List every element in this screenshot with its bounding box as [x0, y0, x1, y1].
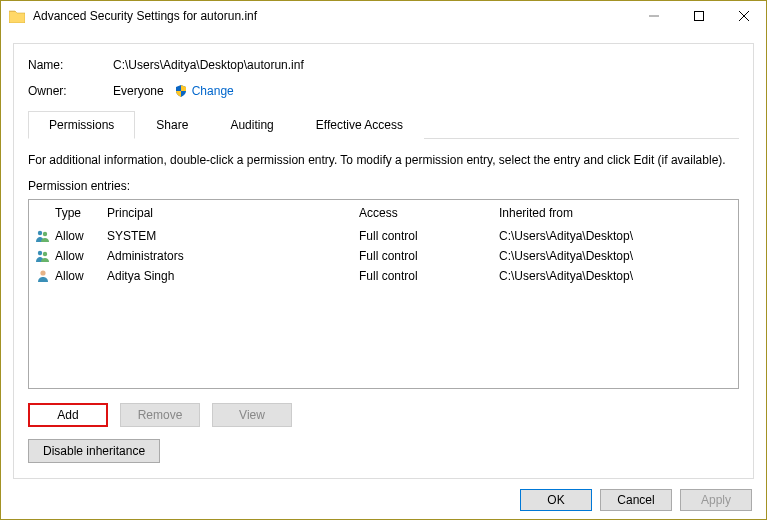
name-value: C:\Users\Aditya\Desktop\autorun.inf	[113, 58, 304, 72]
table-row[interactable]: AllowAdministratorsFull controlC:\Users\…	[29, 246, 738, 266]
entry-buttons-row: Add Remove View	[28, 403, 739, 427]
apply-button: Apply	[680, 489, 752, 511]
cell-principal: Aditya Singh	[107, 269, 359, 283]
content-panel: Name: C:\Users\Aditya\Desktop\autorun.in…	[13, 43, 754, 479]
cell-access: Full control	[359, 249, 499, 263]
close-button[interactable]	[721, 2, 766, 31]
owner-value: Everyone	[113, 84, 164, 98]
maximize-button[interactable]	[676, 2, 721, 31]
header-access[interactable]: Access	[359, 206, 499, 220]
security-settings-window: Advanced Security Settings for autorun.i…	[0, 0, 767, 520]
header-principal[interactable]: Principal	[107, 206, 359, 220]
header-type[interactable]: Type	[55, 206, 107, 220]
view-button: View	[212, 403, 292, 427]
tab-effective-access[interactable]: Effective Access	[295, 111, 424, 139]
group-icon	[33, 229, 55, 243]
cell-access: Full control	[359, 269, 499, 283]
tab-auditing[interactable]: Auditing	[209, 111, 294, 139]
folder-icon	[9, 9, 25, 23]
info-text: For additional information, double-click…	[28, 153, 739, 167]
window-title: Advanced Security Settings for autorun.i…	[33, 9, 631, 23]
cell-principal: SYSTEM	[107, 229, 359, 243]
svg-point-4	[38, 231, 42, 235]
svg-point-7	[43, 252, 47, 256]
titlebar: Advanced Security Settings for autorun.i…	[1, 1, 766, 31]
remove-button: Remove	[120, 403, 200, 427]
group-icon	[33, 249, 55, 263]
cell-principal: Administrators	[107, 249, 359, 263]
ok-button[interactable]: OK	[520, 489, 592, 511]
cell-access: Full control	[359, 229, 499, 243]
cell-inherited: C:\Users\Aditya\Desktop\	[499, 249, 734, 263]
svg-point-6	[38, 251, 42, 255]
shield-icon	[174, 84, 188, 98]
table-header: Type Principal Access Inherited from	[29, 200, 738, 226]
tab-share[interactable]: Share	[135, 111, 209, 139]
disable-inheritance-button[interactable]: Disable inheritance	[28, 439, 160, 463]
table-row[interactable]: AllowAditya SinghFull controlC:\Users\Ad…	[29, 266, 738, 286]
cell-type: Allow	[55, 269, 107, 283]
tab-permissions[interactable]: Permissions	[28, 111, 135, 139]
tabs: Permissions Share Auditing Effective Acc…	[28, 110, 739, 139]
entries-label: Permission entries:	[28, 179, 739, 193]
svg-point-8	[40, 270, 45, 275]
cell-inherited: C:\Users\Aditya\Desktop\	[499, 229, 734, 243]
header-inherited[interactable]: Inherited from	[499, 206, 734, 220]
owner-row: Owner: Everyone Change	[28, 84, 739, 98]
table-row[interactable]: AllowSYSTEMFull controlC:\Users\Aditya\D…	[29, 226, 738, 246]
permission-entries-table: Type Principal Access Inherited from All…	[28, 199, 739, 389]
cell-inherited: C:\Users\Aditya\Desktop\	[499, 269, 734, 283]
cell-type: Allow	[55, 229, 107, 243]
user-icon	[33, 269, 55, 283]
owner-label: Owner:	[28, 84, 113, 98]
minimize-button[interactable]	[631, 2, 676, 31]
svg-point-5	[43, 232, 47, 236]
svg-rect-1	[694, 12, 703, 21]
name-label: Name:	[28, 58, 113, 72]
add-button[interactable]: Add	[28, 403, 108, 427]
cancel-button[interactable]: Cancel	[600, 489, 672, 511]
name-row: Name: C:\Users\Aditya\Desktop\autorun.in…	[28, 58, 739, 72]
change-owner-link[interactable]: Change	[192, 84, 234, 98]
cell-type: Allow	[55, 249, 107, 263]
dialog-buttons: OK Cancel Apply	[520, 489, 752, 511]
